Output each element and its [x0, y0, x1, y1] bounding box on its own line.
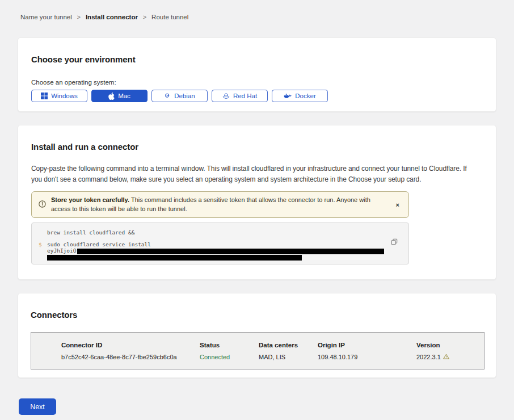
- origin-ip-value: 109.48.10.179: [318, 354, 416, 360]
- os-button-redhat[interactable]: Red Hat: [212, 90, 268, 102]
- install-card-description: Copy-paste the following command into a …: [31, 163, 479, 184]
- connectors-card: Connectors Connector ID Status Data cent…: [18, 293, 496, 378]
- os-button-label: Debian: [174, 93, 195, 99]
- next-button[interactable]: Next: [19, 398, 56, 415]
- column-header-data-centers: Data centers: [259, 342, 318, 348]
- info-icon: [39, 200, 46, 210]
- copy-icon[interactable]: [391, 238, 398, 247]
- environment-card-title: Choose your environment: [31, 54, 479, 64]
- install-connector-card: Install and run a connector Copy-paste t…: [18, 125, 496, 280]
- os-button-mac[interactable]: Mac: [91, 90, 148, 102]
- column-header-connector-id: Connector ID: [61, 342, 200, 348]
- connectors-card-title: Connectors: [31, 310, 483, 320]
- os-button-label: Mac: [118, 93, 130, 99]
- redacted-token-bar: [47, 255, 302, 261]
- version-value: 2022.3.1: [416, 354, 484, 360]
- apple-icon: [108, 93, 115, 100]
- shell-prompt: $: [39, 241, 42, 247]
- redacted-token-bar: [77, 249, 384, 254]
- breadcrumb-step-route-tunnel[interactable]: Route tunnel: [151, 14, 188, 20]
- token-warning-text: Store your token carefully.This command …: [51, 196, 385, 213]
- connector-id-value: b7c52c42-6caa-48ee-8c77-fbe259cb6c0a: [61, 354, 200, 360]
- token-warning-title: Store your token carefully.: [51, 196, 129, 203]
- os-button-docker[interactable]: Docker: [272, 90, 328, 102]
- os-button-label: Docker: [295, 93, 315, 99]
- column-header-origin-ip: Origin IP: [318, 342, 416, 348]
- os-button-debian[interactable]: Debian: [151, 90, 208, 102]
- code-line-token-continued: [47, 254, 386, 261]
- os-button-group: Windows Mac Debian Red Hat: [31, 90, 479, 102]
- code-command-text: sudo cloudflared service install: [47, 241, 151, 247]
- token-warning-banner: Store your token carefully.This command …: [31, 191, 409, 218]
- breadcrumb: Name your tunnel > Install connector > R…: [18, 14, 496, 20]
- code-line-service-install: $sudo cloudflared service install: [47, 241, 386, 247]
- column-header-status: Status: [200, 342, 259, 348]
- windows-icon: [41, 93, 48, 99]
- breadcrumb-separator: >: [143, 14, 146, 20]
- code-line-brew-install: brew install cloudflared &&: [47, 229, 386, 236]
- breadcrumb-step-install-connector[interactable]: Install connector: [86, 14, 138, 20]
- docker-icon: [284, 93, 292, 99]
- os-button-label: Windows: [51, 93, 78, 99]
- debian-icon: [164, 93, 171, 99]
- column-header-version: Version: [416, 342, 484, 348]
- breadcrumb-step-name-your-tunnel[interactable]: Name your tunnel: [20, 14, 72, 20]
- table-header-row: Connector ID Status Data centers Origin …: [31, 333, 484, 348]
- os-button-label: Red Hat: [233, 93, 257, 99]
- status-badge: Connected: [200, 354, 259, 360]
- connectors-table: Connector ID Status Data centers Origin …: [31, 332, 484, 369]
- os-select-label: Choose an operating system:: [31, 79, 479, 86]
- redhat-icon: [222, 93, 230, 99]
- close-icon[interactable]: ×: [394, 200, 402, 209]
- page: Name your tunnel > Install connector > R…: [0, 0, 514, 415]
- token-prefix-text: eyJhIjoiO: [47, 247, 76, 254]
- choose-environment-card: Choose your environment Choose an operat…: [18, 37, 496, 112]
- breadcrumb-separator: >: [77, 14, 81, 20]
- install-command-codeblock: brew install cloudflared && $sudo cloudf…: [31, 222, 409, 264]
- version-warning-icon: [443, 354, 449, 360]
- data-centers-value: MAD, LIS: [259, 354, 318, 360]
- os-button-windows[interactable]: Windows: [31, 90, 87, 102]
- version-text: 2022.3.1: [416, 354, 441, 360]
- code-line-token: eyJhIjoiO: [47, 247, 386, 254]
- table-row: b7c52c42-6caa-48ee-8c77-fbe259cb6c0a Con…: [31, 348, 484, 369]
- install-card-title: Install and run a connector: [31, 142, 479, 152]
